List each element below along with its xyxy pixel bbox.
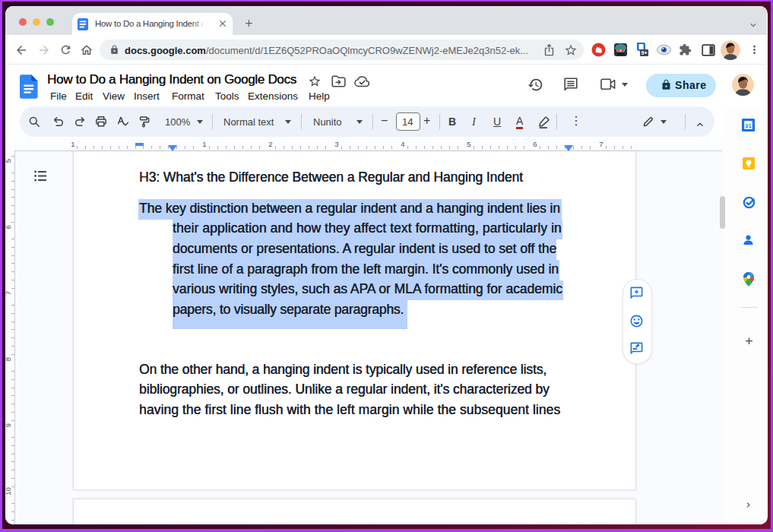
svg-text:9+: 9+	[642, 50, 648, 55]
svg-text:31: 31	[745, 122, 751, 129]
